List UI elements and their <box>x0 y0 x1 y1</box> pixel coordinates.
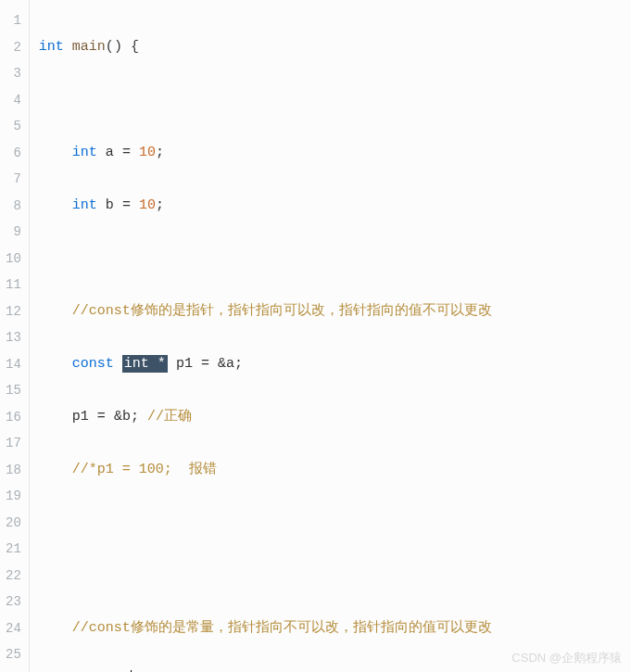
line-number: 18 <box>6 457 21 484</box>
function-name: main <box>72 39 106 55</box>
operator: = <box>201 356 209 372</box>
line-number: 11 <box>6 272 21 298</box>
identifier: a <box>106 145 114 160</box>
line-number: 6 <box>6 140 21 167</box>
line-number: 25 <box>6 641 21 668</box>
keyword: const <box>72 356 114 372</box>
line-number: 3 <box>6 60 21 87</box>
identifier: b <box>106 197 114 213</box>
number: 10 <box>139 145 156 160</box>
code-line[interactable]: //const修饰的是指针，指针指向可以改，指针指向的值不可以更改 <box>39 298 624 325</box>
operator: & <box>114 409 122 425</box>
line-number: 23 <box>6 589 21 615</box>
code-line[interactable] <box>39 87 624 114</box>
line-number: 1 <box>6 7 21 34</box>
code-line[interactable]: //*p1 = 100; 报错 <box>39 457 624 484</box>
operator: = <box>122 145 131 160</box>
identifier: p1 <box>72 409 89 425</box>
line-number: 5 <box>6 113 21 140</box>
line-number: 8 <box>6 193 21 220</box>
line-number: 10 <box>6 246 21 273</box>
code-line[interactable]: int main() { <box>39 34 624 61</box>
comment: //*p1 = 100; 报错 <box>72 462 217 477</box>
line-number: 15 <box>6 377 21 404</box>
operator: = <box>97 409 106 425</box>
comment: //const修饰的是指针，指针指向可以改，指针指向的值不可以更改 <box>72 303 492 319</box>
punct: ; <box>156 197 164 213</box>
identifier: a <box>226 356 234 372</box>
code-line[interactable] <box>39 510 624 537</box>
line-number: 17 <box>6 430 21 457</box>
punct: { <box>131 39 139 55</box>
line-number: 13 <box>6 324 21 351</box>
line-number: 9 <box>6 219 21 246</box>
code-editor: 1 2 3 4 5 6 7 8 9 10 11 12 13 14 15 16 1… <box>0 0 631 672</box>
line-number: 2 <box>6 34 21 61</box>
comment: //const修饰的是常量，指针指向不可以改，指针指向的值可以更改 <box>72 620 492 636</box>
keyword: int <box>39 39 64 55</box>
operator: & <box>218 356 226 372</box>
identifier: b <box>122 409 131 425</box>
line-number: 22 <box>6 563 21 590</box>
code-line[interactable]: //const修饰的是常量，指针指向不可以改，指针指向的值可以更改 <box>39 615 624 642</box>
line-number-gutter: 1 2 3 4 5 6 7 8 9 10 11 12 13 14 15 16 1… <box>0 0 29 672</box>
operator: = <box>122 197 131 213</box>
line-number: 16 <box>6 404 21 431</box>
line-number: 4 <box>6 87 21 114</box>
code-line[interactable]: int a = 10; <box>39 140 624 167</box>
line-number: 24 <box>6 615 21 642</box>
line-number: 12 <box>6 298 21 325</box>
keyword: int <box>72 145 97 160</box>
line-number: 19 <box>6 483 21 510</box>
line-number: 20 <box>6 510 21 537</box>
code-line[interactable] <box>39 563 624 590</box>
selection-highlight: int * <box>122 355 168 373</box>
code-line[interactable]: int b = 10; <box>39 193 624 220</box>
code-area[interactable]: int main() { int a = 10; int b = 10; //c… <box>29 0 631 672</box>
code-line[interactable]: const int * p1 = &a; <box>39 351 624 378</box>
punct: ( <box>106 39 114 55</box>
identifier: p1 <box>176 356 193 372</box>
punct: ) <box>114 39 122 55</box>
number: 10 <box>139 197 156 213</box>
line-number: 7 <box>6 166 21 193</box>
comment: //正确 <box>147 409 192 425</box>
keyword: int <box>72 197 97 213</box>
punct: ; <box>234 356 243 372</box>
line-number: 14 <box>6 351 21 378</box>
code-line[interactable]: p1 = &b; //正确 <box>39 404 624 431</box>
code-line[interactable]: int * const p2 = &a; <box>39 668 624 673</box>
punct: ; <box>131 409 139 425</box>
punct: ; <box>156 145 164 160</box>
watermark: CSDN @企鹅程序猿 <box>511 650 622 666</box>
line-number: 21 <box>6 536 21 563</box>
code-line[interactable] <box>39 246 624 273</box>
